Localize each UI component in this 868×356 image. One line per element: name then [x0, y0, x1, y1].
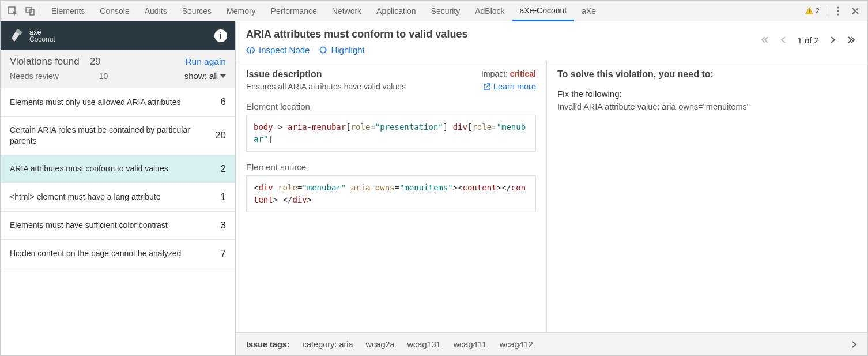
tab-elements[interactable]: Elements	[44, 1, 92, 21]
next-page-button[interactable]	[827, 34, 839, 46]
violation-title: <html> element must have a lang attribut…	[10, 192, 160, 203]
first-page-button[interactable]	[759, 34, 771, 46]
close-devtools-icon[interactable]	[847, 1, 864, 21]
svg-rect-3	[809, 9, 809, 12]
svg-rect-4	[809, 12, 809, 13]
violation-count: 7	[221, 248, 226, 260]
violation-item[interactable]: Certain ARIA roles must be contained by …	[1, 117, 235, 155]
learn-more-link[interactable]: Learn more	[481, 82, 536, 91]
external-link-icon	[483, 83, 490, 91]
show-filter-label: show: all	[184, 71, 218, 81]
tab-sources[interactable]: Sources	[175, 1, 219, 21]
fix-following-label: Fix the following:	[557, 89, 857, 99]
code-icon	[246, 46, 255, 54]
violation-title: Elements must have sufficient color cont…	[10, 220, 168, 231]
axe-logo: axe Coconut	[9, 28, 55, 44]
tab-network[interactable]: Network	[324, 1, 369, 21]
separator	[827, 6, 827, 16]
violation-count: 2	[221, 163, 226, 175]
sidebar-summary: Violations found 29 Run again Needs revi…	[1, 50, 235, 88]
brand-sub: Coconut	[29, 36, 55, 43]
separator	[41, 6, 41, 16]
detail-pane: ARIA attributes must conform to valid va…	[236, 21, 867, 355]
sidebar-header: axe Coconut i	[1, 21, 235, 50]
impact-label: Impact:	[481, 69, 508, 78]
tab-memory[interactable]: Memory	[219, 1, 263, 21]
learn-more-label: Learn more	[493, 82, 536, 91]
tab-audits[interactable]: Audits	[137, 1, 175, 21]
tab-axe-coconut[interactable]: aXe-Coconut	[512, 1, 575, 21]
needs-review-label: Needs review	[10, 72, 59, 81]
issue-tag[interactable]: wcag411	[454, 340, 487, 349]
issue-description-heading: Issue description	[246, 69, 406, 80]
sidebar: axe Coconut i Violations found 29 Run ag…	[1, 21, 236, 355]
issue-tags-label: Issue tags:	[246, 340, 290, 349]
issue-tag[interactable]: wcag412	[500, 340, 533, 349]
tab-console[interactable]: Console	[92, 1, 137, 21]
fix-item: Invalid ARIA attribute value: aria-owns=…	[557, 102, 857, 111]
tab-axe[interactable]: aXe	[574, 1, 603, 21]
violation-count: 3	[221, 220, 226, 231]
kebab-menu-icon[interactable]	[829, 1, 847, 21]
issue-tag[interactable]: category: aria	[303, 340, 353, 349]
detail-header: ARIA attributes must conform to valid va…	[236, 21, 867, 61]
issue-tags-bar: Issue tags: category: aria wcag2a wcag13…	[236, 332, 867, 355]
issue-description-column: Issue description Ensures all ARIA attri…	[236, 61, 547, 332]
violation-title: Elements must only use allowed ARIA attr…	[10, 97, 180, 108]
violation-count: 20	[215, 130, 226, 141]
tags-more-button[interactable]	[851, 340, 857, 348]
inspect-node-link[interactable]: Inspect Node	[246, 45, 310, 55]
warning-badge[interactable]: 2	[801, 6, 824, 15]
crosshair-icon	[319, 46, 327, 54]
show-filter-dropdown[interactable]: show: all	[184, 71, 226, 81]
solution-heading: To solve this violation, you need to:	[557, 69, 857, 80]
tab-security[interactable]: Security	[424, 1, 468, 21]
svg-point-5	[837, 6, 839, 8]
violation-item[interactable]: <html> element must have a lang attribut…	[1, 183, 235, 212]
violation-count: 6	[221, 96, 226, 108]
violation-title: Hidden content on the page cannot be ana…	[10, 248, 181, 259]
run-again-link[interactable]: Run again	[185, 57, 226, 67]
inspect-element-icon[interactable]	[4, 1, 21, 21]
violation-item[interactable]: Hidden content on the page cannot be ana…	[1, 240, 235, 268]
violation-title: ARIA attributes must conform to valid va…	[10, 163, 168, 174]
svg-rect-1	[26, 8, 32, 12]
element-location-label: Element location	[246, 102, 536, 111]
violations-label: Violations found	[10, 56, 80, 68]
element-source-label: Element source	[246, 162, 536, 172]
info-icon[interactable]: i	[214, 29, 227, 42]
impact-value: critical	[510, 69, 536, 78]
last-page-button[interactable]	[846, 34, 857, 46]
tab-adblock[interactable]: AdBlock	[467, 1, 512, 21]
issue-tag[interactable]: wcag2a	[366, 340, 395, 349]
prev-page-button[interactable]	[778, 34, 789, 46]
element-source-code[interactable]: <div role="menubar" aria-owns="menuitems…	[246, 175, 536, 212]
violation-item[interactable]: Elements must have sufficient color cont…	[1, 212, 235, 240]
violations-list: Elements must only use allowed ARIA attr…	[1, 88, 235, 355]
highlight-link[interactable]: Highlight	[319, 45, 364, 55]
element-location-code[interactable]: body > aria-menubar[role="presentation"]…	[246, 115, 536, 152]
issue-description-text: Ensures all ARIA attributes have valid v…	[246, 82, 406, 91]
chevron-down-icon	[220, 74, 226, 78]
svg-point-9	[320, 47, 326, 53]
device-toggle-icon[interactable]	[21, 1, 39, 21]
warning-count: 2	[816, 6, 820, 15]
violation-item[interactable]: ARIA attributes must conform to valid va…	[1, 155, 235, 183]
svg-point-6	[837, 10, 839, 12]
tab-application[interactable]: Application	[369, 1, 424, 21]
issue-tag[interactable]: wcag131	[407, 340, 441, 349]
highlight-label: Highlight	[331, 45, 364, 55]
detail-pager: 1 of 2	[759, 28, 857, 46]
detail-title: ARIA attributes must conform to valid va…	[246, 28, 467, 40]
violation-title: Certain ARIA roles must be contained by …	[10, 125, 194, 147]
solution-column: To solve this violation, you need to: Fi…	[547, 61, 867, 332]
violation-item[interactable]: Elements must only use allowed ARIA attr…	[1, 88, 235, 117]
devtools-tab-bar: Elements Console Audits Sources Memory P…	[1, 1, 867, 21]
inspect-node-label: Inspect Node	[259, 45, 310, 55]
svg-point-7	[837, 13, 839, 15]
needs-review-count: 10	[99, 72, 108, 81]
tab-performance[interactable]: Performance	[263, 1, 324, 21]
violations-count: 29	[90, 56, 101, 68]
violation-count: 1	[221, 192, 226, 203]
pager-text: 1 of 2	[797, 35, 819, 45]
